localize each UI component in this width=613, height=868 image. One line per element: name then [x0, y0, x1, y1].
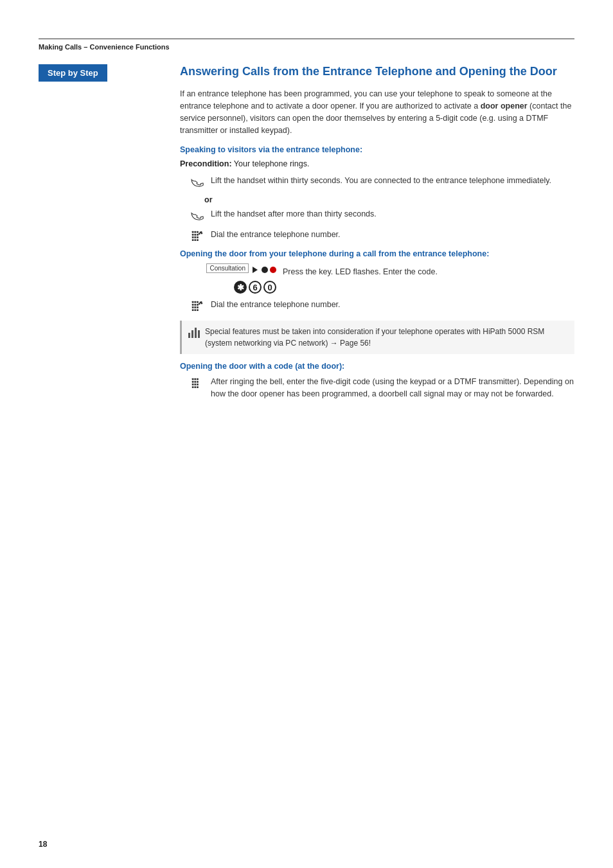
- key-star: ✱: [234, 281, 247, 294]
- step6-row: After ringing the bell, enter the five-d…: [180, 376, 574, 400]
- consultation-label: Consultation: [206, 263, 249, 273]
- note-bars-icon: [188, 326, 200, 338]
- step1-icon: [180, 175, 211, 190]
- step3-icon: [180, 229, 211, 244]
- svg-rect-36: [197, 384, 199, 385]
- svg-rect-28: [192, 378, 194, 380]
- svg-rect-39: [197, 387, 199, 389]
- svg-rect-14: [192, 301, 194, 303]
- step2-text: Lift the handset after more than thirty …: [211, 208, 574, 220]
- handset-icon: [190, 176, 204, 190]
- dot-red-icon: [270, 267, 276, 273]
- step3-row: Dial the entrance telephone number.: [180, 229, 574, 244]
- step3-text: Dial the entrance telephone number.: [211, 229, 574, 241]
- key-0: 0: [263, 281, 276, 294]
- svg-rect-11: [197, 240, 199, 242]
- svg-rect-15: [194, 301, 196, 303]
- svg-rect-22: [197, 306, 199, 308]
- handset-icon-2: [190, 209, 204, 224]
- page-number: 18: [39, 840, 47, 849]
- svg-rect-21: [194, 306, 196, 308]
- svg-rect-6: [192, 236, 194, 238]
- step5-row: Dial the entrance telephone number.: [180, 299, 574, 314]
- left-column: Step by Step: [39, 64, 167, 405]
- svg-rect-0: [192, 231, 194, 233]
- svg-rect-29: [194, 378, 196, 380]
- or-label: or: [204, 195, 574, 204]
- svg-rect-1: [194, 231, 196, 233]
- svg-rect-33: [197, 381, 199, 383]
- section2-title: Opening the door from your telephone dur…: [180, 249, 574, 258]
- step5-text: Dial the entrance telephone number.: [211, 299, 574, 311]
- step1-row: Lift the handset within thirty seconds. …: [180, 175, 574, 190]
- svg-rect-38: [194, 387, 196, 389]
- step1-text: Lift the handset within thirty seconds. …: [211, 175, 574, 187]
- svg-rect-4: [194, 234, 196, 236]
- section3-title: Opening the door with a code (at the doo…: [180, 362, 574, 371]
- note-box: Special features must be taken into cons…: [180, 321, 574, 354]
- svg-rect-34: [192, 384, 194, 385]
- svg-rect-23: [192, 310, 194, 312]
- svg-point-13: [201, 233, 203, 235]
- step-by-step-badge: Step by Step: [39, 64, 107, 82]
- keypad-icon-2: [190, 300, 204, 314]
- arrow-right-icon: →: [330, 337, 338, 349]
- svg-rect-3: [192, 234, 194, 236]
- consultation-area: Consultation ✱ 6 0 Press the key: [180, 263, 574, 294]
- bar2: [191, 330, 193, 338]
- section1-title: Speaking to visitors via the entrance te…: [180, 145, 574, 154]
- svg-rect-18: [194, 304, 196, 306]
- note-text: Special features must be taken into cons…: [205, 326, 568, 349]
- intro-bold: door opener: [481, 102, 528, 111]
- svg-point-26: [199, 303, 200, 305]
- step2-row: Lift the handset after more than thirty …: [180, 208, 574, 224]
- svg-rect-19: [197, 304, 199, 306]
- main-layout: Step by Step Answering Calls from the En…: [39, 64, 574, 405]
- svg-rect-32: [194, 381, 196, 383]
- right-column: Answering Calls from the Entrance Teleph…: [167, 64, 574, 405]
- svg-rect-9: [192, 240, 194, 242]
- header-text: Making Calls – Convenience Functions: [39, 43, 170, 51]
- svg-rect-16: [197, 301, 199, 303]
- svg-rect-24: [194, 310, 196, 312]
- step6-icon: [180, 376, 211, 391]
- bar1: [188, 333, 190, 338]
- main-title: Answering Calls from the Entrance Teleph…: [180, 64, 574, 79]
- svg-rect-8: [197, 236, 199, 238]
- svg-rect-31: [192, 381, 194, 383]
- precondition-row: Precondition: Your telephone rings.: [180, 159, 574, 168]
- keypad-icon-3: [190, 377, 204, 391]
- svg-rect-17: [192, 304, 194, 306]
- step4-text: Press the key. LED flashes. Enter the co…: [283, 263, 574, 278]
- svg-rect-20: [192, 306, 194, 308]
- bar4: [198, 330, 200, 338]
- triangle-right-icon: [253, 267, 258, 273]
- svg-rect-25: [197, 310, 199, 312]
- keypad-icon: [190, 230, 204, 244]
- note-text-content: Special features must be taken into cons…: [205, 327, 544, 348]
- svg-rect-35: [194, 384, 196, 385]
- svg-rect-7: [194, 236, 196, 238]
- bar3: [195, 328, 197, 338]
- consultation-left: Consultation ✱ 6 0: [180, 263, 283, 294]
- svg-rect-2: [197, 231, 199, 233]
- key-6: 6: [249, 281, 262, 294]
- svg-rect-37: [192, 387, 194, 389]
- intro-paragraph: If an entrance telephone has been progra…: [180, 88, 574, 136]
- svg-rect-10: [194, 240, 196, 242]
- svg-point-12: [199, 233, 200, 235]
- precondition-text: Your telephone rings.: [232, 159, 310, 168]
- step6-text: After ringing the bell, enter the five-d…: [211, 376, 574, 400]
- step2-icon: [180, 208, 211, 224]
- precondition-label: Precondition:: [180, 159, 232, 168]
- step5-icon: [180, 299, 211, 314]
- page: Making Calls – Convenience Functions Ste…: [0, 0, 613, 868]
- key-symbols: ✱ 6 0: [234, 281, 276, 294]
- header-section: Making Calls – Convenience Functions: [39, 39, 574, 51]
- dot-black-icon: [262, 267, 268, 273]
- svg-rect-30: [197, 378, 199, 380]
- svg-point-27: [201, 303, 203, 305]
- svg-rect-5: [197, 234, 199, 236]
